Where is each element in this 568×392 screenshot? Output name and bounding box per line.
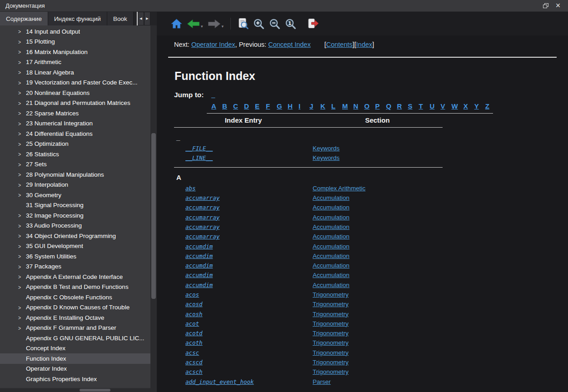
expand-chevron-icon[interactable]: > — [18, 273, 26, 280]
section-link[interactable]: Trigonometry — [313, 311, 349, 318]
tree-item[interactable]: Appendix G GNU GENERAL PUBLIC LIC... — [0, 333, 150, 343]
back-dropdown-icon[interactable]: ▾ — [201, 25, 203, 29]
jump-letter-link[interactable]: B — [222, 102, 228, 110]
function-link[interactable]: acscd — [185, 359, 203, 366]
bookmark-button[interactable] — [307, 18, 319, 29]
function-link[interactable]: accumdim — [185, 272, 213, 278]
expand-chevron-icon[interactable]: > — [18, 28, 26, 35]
jump-letter-link[interactable]: D — [244, 102, 249, 110]
function-link[interactable]: acsch — [185, 368, 203, 375]
jump-letter-link[interactable]: K — [320, 102, 326, 110]
jump-letter-link[interactable]: X — [463, 102, 469, 110]
section-link[interactable]: Trigonometry — [313, 349, 349, 356]
tree-item[interactable]: >Appendix E Installing Octave — [0, 313, 150, 323]
jump-letter-link[interactable]: Y — [474, 102, 480, 110]
nav-next-link[interactable]: Operator Index — [191, 41, 235, 48]
expand-chevron-icon[interactable]: > — [18, 304, 26, 311]
expand-chevron-icon[interactable]: > — [18, 182, 26, 188]
expand-chevron-icon[interactable]: > — [18, 233, 26, 239]
jump-letter-link[interactable]: N — [354, 102, 359, 110]
sidebar-tab[interactable]: Содержание — [0, 12, 48, 25]
expand-chevron-icon[interactable]: > — [18, 171, 26, 178]
jump-letter-link[interactable]: G — [277, 102, 282, 110]
expand-chevron-icon[interactable]: > — [18, 39, 26, 45]
function-link[interactable]: add_input_event_hook — [185, 378, 254, 385]
sidebar-tab[interactable]: Book — [107, 12, 134, 25]
forward-dropdown-icon[interactable]: ▾ — [222, 25, 224, 29]
jump-letter-link[interactable]: R — [397, 102, 403, 110]
tree-item[interactable]: >Appendix A External Code Interface — [0, 272, 150, 282]
tree-item[interactable]: >30 Geometry — [0, 190, 150, 200]
restore-button[interactable] — [539, 1, 552, 11]
function-link[interactable]: acos — [185, 291, 199, 298]
expand-chevron-icon[interactable]: > — [18, 263, 26, 270]
section-link[interactable]: Trigonometry — [313, 368, 349, 375]
function-link[interactable]: acosh — [185, 311, 203, 318]
tree-item[interactable]: >34 Object Oriented Programming — [0, 231, 150, 241]
zoom-in-button[interactable] — [253, 18, 264, 30]
sidebar-tab[interactable]: Индекс функций — [48, 12, 107, 25]
expand-chevron-icon[interactable]: > — [18, 141, 26, 147]
tree-item[interactable]: Function Index — [0, 353, 150, 364]
tree-item[interactable]: Appendix C Obsolete Functions — [0, 292, 150, 303]
nav-prev-link[interactable]: Concept Index — [268, 41, 311, 48]
zoom-out-button[interactable] — [269, 18, 280, 30]
expand-chevron-icon[interactable]: > — [18, 79, 26, 86]
function-link[interactable]: accumdim — [185, 243, 213, 250]
function-link[interactable]: acosd — [185, 301, 203, 308]
function-link[interactable]: acotd — [185, 330, 203, 337]
expand-chevron-icon[interactable]: > — [18, 253, 26, 259]
zoom-original-button[interactable]: 1 — [285, 18, 296, 30]
tree-item[interactable]: >15 Plotting — [0, 37, 150, 47]
jump-letter-link[interactable]: A — [211, 102, 217, 110]
tree-item[interactable]: >19 Vectorization and Faster Code Exec..… — [0, 78, 150, 88]
forward-button[interactable]: ▾ — [208, 19, 224, 29]
section-link[interactable]: Accumulation — [313, 223, 349, 230]
expand-chevron-icon[interactable]: > — [18, 325, 26, 331]
jump-letter-link[interactable]: L — [331, 102, 337, 110]
jump-letter-link[interactable]: M — [342, 102, 348, 110]
expand-chevron-icon[interactable]: > — [18, 49, 26, 55]
tree-item[interactable]: >22 Sparse Matrices — [0, 108, 150, 119]
jump-letter-link[interactable]: V — [441, 102, 446, 110]
expand-chevron-icon[interactable]: > — [18, 100, 26, 106]
tree-item[interactable]: >26 Statistics — [0, 149, 150, 159]
tree-item[interactable]: >29 Interpolation — [0, 180, 150, 190]
tab-scroll-right-button[interactable]: ▶ — [144, 12, 150, 25]
tree-item[interactable]: >17 Arithmetic — [0, 57, 150, 68]
function-link[interactable]: accumarray — [185, 233, 219, 240]
tree-item[interactable]: >35 GUI Development — [0, 241, 150, 252]
section-link[interactable]: Trigonometry — [313, 320, 349, 327]
jump-letter-link[interactable]: S — [408, 102, 414, 110]
section-link[interactable]: Trigonometry — [313, 330, 349, 337]
section-link[interactable]: Trigonometry — [313, 301, 349, 308]
jump-letter-link[interactable]: C — [233, 102, 239, 110]
tree-item[interactable]: >32 Image Processing — [0, 210, 150, 221]
section-link[interactable]: Accumulation — [313, 272, 349, 278]
tree-horizontal-scrollbar[interactable] — [0, 388, 150, 392]
jump-letter-link[interactable]: F — [266, 102, 271, 110]
tree-item[interactable]: >16 Matrix Manipulation — [0, 47, 150, 57]
tab-scroll-left-button[interactable]: ◀ — [138, 12, 144, 25]
function-link[interactable]: accumdim — [185, 282, 213, 288]
jump-letter-link[interactable]: T — [419, 102, 424, 110]
tree-item[interactable]: 31 Signal Processing — [0, 200, 150, 211]
function-link[interactable]: __FILE__ — [185, 145, 213, 152]
jump-underscore-link[interactable]: _ — [211, 91, 215, 99]
section-link[interactable]: Trigonometry — [313, 291, 349, 298]
tree-item[interactable]: >14 Input and Output — [0, 26, 150, 37]
function-link[interactable]: accumdim — [185, 253, 213, 259]
expand-chevron-icon[interactable]: > — [18, 161, 26, 168]
expand-chevron-icon[interactable]: > — [18, 192, 26, 198]
expand-chevron-icon[interactable]: > — [18, 243, 26, 249]
expand-chevron-icon[interactable]: > — [18, 314, 26, 321]
close-button[interactable]: × — [552, 1, 564, 11]
section-link[interactable]: Accumulation — [313, 204, 349, 211]
section-link[interactable]: Accumulation — [313, 243, 349, 250]
tree-item[interactable]: >Appendix F Grammar and Parser — [0, 323, 150, 333]
jump-letter-link[interactable]: H — [288, 102, 293, 110]
expand-chevron-icon[interactable]: > — [18, 59, 26, 65]
function-link[interactable]: accumarray — [185, 194, 219, 201]
section-link[interactable]: Complex Arithmetic — [313, 185, 365, 192]
section-link[interactable]: Accumulation — [313, 214, 349, 221]
